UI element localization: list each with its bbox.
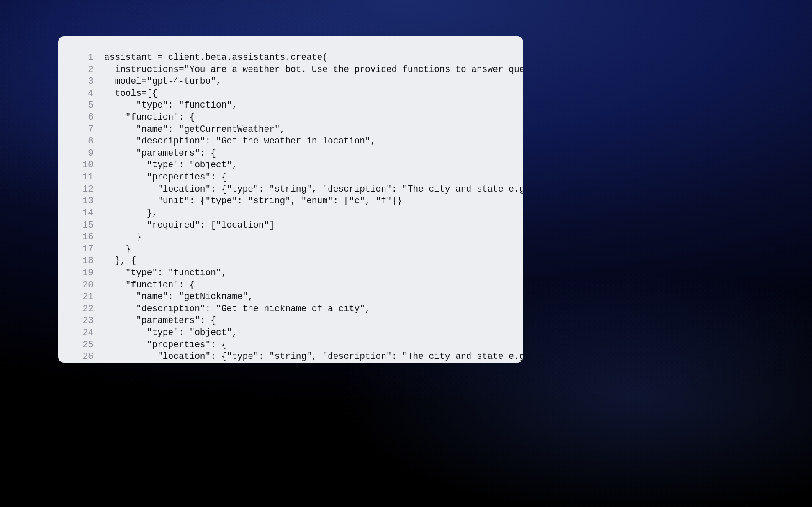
code-text[interactable]: "parameters": { bbox=[104, 147, 523, 159]
code-text[interactable]: "required": ["location"] bbox=[104, 219, 523, 231]
code-text[interactable]: "properties": { bbox=[104, 171, 523, 183]
code-line: 25 "properties": { bbox=[58, 339, 523, 351]
code-line: 9 "parameters": { bbox=[58, 147, 523, 159]
code-line: 2 instructions="You are a weather bot. U… bbox=[58, 64, 523, 76]
line-number: 26 bbox=[58, 351, 104, 363]
line-number: 24 bbox=[58, 327, 104, 339]
code-line: 4 tools=[{ bbox=[58, 87, 523, 100]
code-line: 5 "type": "function", bbox=[58, 99, 523, 111]
code-line: 13 "unit": {"type": "string", "enum": ["… bbox=[58, 195, 523, 207]
code-text[interactable]: }, bbox=[104, 207, 523, 219]
code-text[interactable]: assistant = client.beta.assistants.creat… bbox=[104, 51, 523, 64]
line-number: 13 bbox=[58, 195, 104, 207]
code-text[interactable]: "type": "object", bbox=[104, 159, 523, 171]
line-number: 10 bbox=[58, 159, 104, 171]
code-text[interactable]: "location": {"type": "string", "descript… bbox=[104, 183, 523, 195]
code-text[interactable]: instructions="You are a weather bot. Use… bbox=[104, 64, 523, 76]
code-line: 24 "type": "object", bbox=[58, 327, 523, 339]
line-number: 19 bbox=[58, 267, 104, 279]
line-number: 22 bbox=[58, 303, 104, 315]
code-line: 15 "required": ["location"] bbox=[58, 219, 523, 231]
code-card: 1assistant = client.beta.assistants.crea… bbox=[58, 36, 523, 363]
code-line: 8 "description": "Get the weather in loc… bbox=[58, 135, 523, 147]
code-text[interactable]: "function": { bbox=[104, 279, 523, 291]
code-text[interactable]: "parameters": { bbox=[104, 315, 523, 327]
line-number: 21 bbox=[58, 291, 104, 303]
code-text[interactable]: }, { bbox=[104, 255, 523, 267]
code-line: 11 "properties": { bbox=[58, 171, 523, 183]
line-number: 3 bbox=[58, 75, 104, 87]
line-number: 4 bbox=[58, 87, 104, 100]
line-number: 17 bbox=[58, 243, 104, 255]
code-block[interactable]: 1assistant = client.beta.assistants.crea… bbox=[58, 51, 523, 363]
code-text[interactable]: } bbox=[104, 243, 523, 255]
code-line: 26 "location": {"type": "string", "descr… bbox=[58, 351, 523, 363]
code-line: 7 "name": "getCurrentWeather", bbox=[58, 123, 523, 136]
line-number: 18 bbox=[58, 255, 104, 267]
code-text[interactable]: "name": "getNickname", bbox=[104, 291, 523, 303]
code-line: 21 "name": "getNickname", bbox=[58, 291, 523, 303]
line-number: 16 bbox=[58, 231, 104, 243]
code-text[interactable]: "description": "Get the nickname of a ci… bbox=[104, 303, 523, 315]
code-line: 1assistant = client.beta.assistants.crea… bbox=[58, 51, 523, 64]
code-line: 12 "location": {"type": "string", "descr… bbox=[58, 183, 523, 195]
code-text[interactable]: "type": "object", bbox=[104, 327, 523, 339]
code-line: 20 "function": { bbox=[58, 279, 523, 291]
code-text[interactable]: model="gpt-4-turbo", bbox=[104, 75, 523, 87]
line-number: 6 bbox=[58, 111, 104, 123]
line-number: 20 bbox=[58, 279, 104, 291]
line-number: 5 bbox=[58, 99, 104, 111]
line-number: 1 bbox=[58, 51, 104, 64]
code-text[interactable]: "properties": { bbox=[104, 339, 523, 351]
code-text[interactable]: } bbox=[104, 231, 523, 243]
code-line: 6 "function": { bbox=[58, 111, 523, 123]
code-line: 18 }, { bbox=[58, 255, 523, 267]
code-line: 17 } bbox=[58, 243, 523, 255]
code-line: 16 } bbox=[58, 231, 523, 243]
line-number: 8 bbox=[58, 135, 104, 147]
line-number: 14 bbox=[58, 207, 104, 219]
code-line: 14 }, bbox=[58, 207, 523, 219]
line-number: 12 bbox=[58, 183, 104, 195]
code-line: 19 "type": "function", bbox=[58, 267, 523, 279]
code-text[interactable]: "type": "function", bbox=[104, 99, 523, 111]
code-line: 10 "type": "object", bbox=[58, 159, 523, 171]
line-number: 23 bbox=[58, 315, 104, 327]
code-text[interactable]: "type": "function", bbox=[104, 267, 523, 279]
code-line: 22 "description": "Get the nickname of a… bbox=[58, 303, 523, 315]
code-line: 3 model="gpt-4-turbo", bbox=[58, 75, 523, 87]
line-number: 7 bbox=[58, 123, 104, 136]
code-line: 23 "parameters": { bbox=[58, 315, 523, 327]
code-text[interactable]: "name": "getCurrentWeather", bbox=[104, 123, 523, 136]
line-number: 2 bbox=[58, 64, 104, 76]
line-number: 15 bbox=[58, 219, 104, 231]
line-number: 11 bbox=[58, 171, 104, 183]
line-number: 9 bbox=[58, 147, 104, 159]
code-text[interactable]: "description": "Get the weather in locat… bbox=[104, 135, 523, 147]
code-text[interactable]: tools=[{ bbox=[104, 87, 523, 100]
line-number: 25 bbox=[58, 339, 104, 351]
code-text[interactable]: "unit": {"type": "string", "enum": ["c",… bbox=[104, 195, 523, 207]
code-text[interactable]: "function": { bbox=[104, 111, 523, 123]
code-text[interactable]: "location": {"type": "string", "descript… bbox=[104, 351, 523, 363]
